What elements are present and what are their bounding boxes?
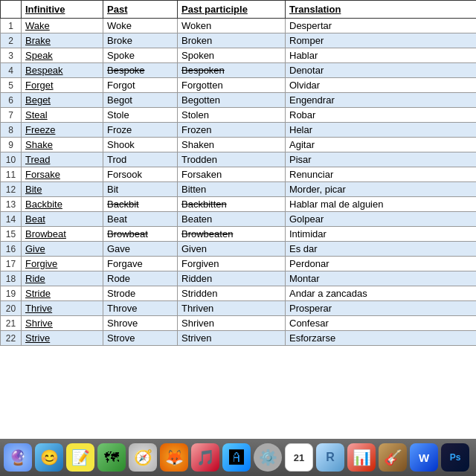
row-num: 12 (1, 182, 22, 197)
cell-translation: Helar (286, 123, 477, 138)
table-header-row: Infinitive Past Past participle Translat… (1, 1, 477, 19)
col-header-infinitive: Infinitive (22, 1, 103, 19)
table-row: 16GiveGaveGivenEs dar (1, 242, 477, 257)
cell-past: Woke (103, 19, 178, 33)
notes-icon[interactable]: 📝 (66, 443, 94, 472)
cell-infinitive: Steal (22, 108, 103, 123)
row-num: 13 (1, 197, 22, 212)
keynote-icon[interactable]: 📊 (347, 443, 376, 472)
cell-translation: Engendrar (286, 93, 477, 108)
settings-icon[interactable]: ⚙️ (254, 443, 282, 472)
row-num: 11 (1, 167, 22, 182)
cell-infinitive: Stride (22, 286, 103, 301)
cell-translation: Morder, picar (286, 182, 477, 197)
table-row: 17ForgiveForgaveForgivenPerdonar (1, 257, 477, 271)
appstore-icon[interactable]: 🅰 (222, 443, 251, 472)
col-header-past: Past (103, 1, 178, 19)
cell-infinitive: Shrive (22, 316, 103, 331)
cell-translation: Romper (286, 33, 477, 48)
cell-translation: Intimidar (286, 227, 477, 242)
table-row: 19StrideStrodeStriddenAndar a zancadas (1, 286, 477, 301)
firefox-icon[interactable]: 🦊 (160, 443, 188, 472)
music-icon[interactable]: 🎵 (191, 443, 219, 472)
finder-icon[interactable]: 😊 (35, 443, 63, 472)
cell-infinitive: Thrive (22, 301, 103, 316)
calendar-icon[interactable]: 21 (285, 443, 313, 472)
cell-translation: Montar (286, 271, 477, 286)
cell-pp: Stolen (178, 108, 286, 123)
photoshop-icon[interactable]: Ps (441, 443, 469, 472)
table-row: 7StealStoleStolenRobar (1, 108, 477, 123)
maps-icon[interactable]: 🗺 (97, 443, 126, 472)
taskbar: 🔮 😊 📝 🗺 🧭 🦊 🎵 🅰 ⚙️ 21 R 📊 🎸 W Ps (0, 439, 476, 476)
cell-past: Froze (103, 123, 178, 138)
cell-pp: Browbeaten (178, 227, 286, 242)
cell-pp: Forsaken (178, 167, 286, 182)
cell-infinitive: Tread (22, 152, 103, 167)
cell-translation: Agitar (286, 138, 477, 152)
cell-past: Throve (103, 301, 178, 316)
row-num: 6 (1, 93, 22, 108)
table-row: 4BespeakBespokeBespokenDenotar (1, 63, 477, 78)
table-row: 15BrowbeatBrowbeatBrowbeatenIntimidar (1, 227, 477, 242)
cell-translation: Esforzarse (286, 331, 477, 346)
cell-pp: Bitten (178, 182, 286, 197)
cell-past: Bit (103, 182, 178, 197)
cell-pp: Begotten (178, 93, 286, 108)
cell-past: Backbit (103, 197, 178, 212)
cell-pp: Forgiven (178, 257, 286, 271)
row-num: 16 (1, 242, 22, 257)
row-num: 17 (1, 257, 22, 271)
r-app-icon[interactable]: R (316, 443, 344, 472)
row-num: 9 (1, 138, 22, 152)
table-row: 2BrakeBrokeBrokenRomper (1, 33, 477, 48)
table-row: 10TreadTrodTroddenPisar (1, 152, 477, 167)
cell-translation: Hablar (286, 48, 477, 63)
cell-infinitive: Backbite (22, 197, 103, 212)
cell-past: Rode (103, 271, 178, 286)
cell-past: Beat (103, 212, 178, 227)
row-num: 22 (1, 331, 22, 346)
table-row: 13BackbiteBackbitBackbittenHablar mal de… (1, 197, 477, 212)
col-header-num (1, 1, 22, 19)
row-num: 19 (1, 286, 22, 301)
row-num: 1 (1, 19, 22, 33)
cell-past: Strode (103, 286, 178, 301)
cell-pp: Stridden (178, 286, 286, 301)
cell-pp: Given (178, 242, 286, 257)
col-header-pp: Past participle (178, 1, 286, 19)
table-row: 12BiteBitBittenMorder, picar (1, 182, 477, 197)
cell-translation: Es dar (286, 242, 477, 257)
cell-translation: Hablar mal de alguien (286, 197, 477, 212)
cell-translation: Golpear (286, 212, 477, 227)
cell-infinitive: Browbeat (22, 227, 103, 242)
safari-icon[interactable]: 🧭 (129, 443, 157, 472)
cell-pp: Ridden (178, 271, 286, 286)
cell-past: Browbeat (103, 227, 178, 242)
verb-table-container: Infinitive Past Past participle Translat… (0, 0, 476, 346)
cell-translation: Prosperar (286, 301, 477, 316)
cell-past: Gave (103, 242, 178, 257)
row-num: 3 (1, 48, 22, 63)
cell-past: Forgot (103, 78, 178, 93)
table-row: 20ThriveThroveThrivenProsperar (1, 301, 477, 316)
row-num: 18 (1, 271, 22, 286)
row-num: 15 (1, 227, 22, 242)
cell-past: Shook (103, 138, 178, 152)
guitar-icon[interactable]: 🎸 (379, 443, 407, 472)
word-icon[interactable]: W (410, 443, 438, 472)
cell-past: Spoke (103, 48, 178, 63)
cell-pp: Beaten (178, 212, 286, 227)
cell-past: Broke (103, 33, 178, 48)
cell-infinitive: Speak (22, 48, 103, 63)
table-row: 5ForgetForgotForgottenOlvidar (1, 78, 477, 93)
cell-pp: Bespoken (178, 63, 286, 78)
table-row: 22StriveStroveStrivenEsforzarse (1, 331, 477, 346)
cell-translation: Robar (286, 108, 477, 123)
row-num: 7 (1, 108, 22, 123)
siri-icon[interactable]: 🔮 (4, 443, 32, 472)
row-num: 2 (1, 33, 22, 48)
cell-pp: Broken (178, 33, 286, 48)
cell-translation: Olvidar (286, 78, 477, 93)
cell-past: Forgave (103, 257, 178, 271)
